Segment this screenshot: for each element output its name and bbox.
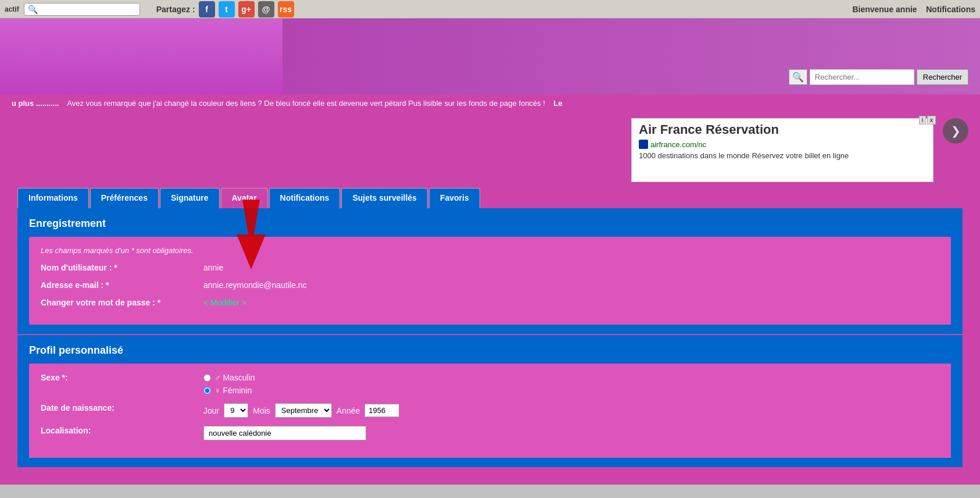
enregistrement-title: Enregistrement	[29, 218, 951, 230]
enregistrement-section: Enregistrement Les champs marqués d'un *…	[17, 208, 963, 334]
ticker-text: Avez vous remarqué que j'ai changé la co…	[67, 99, 545, 108]
email-row: Adresse e-mail : * annie.reymondie@nauti…	[41, 280, 939, 290]
ad-close-icon[interactable]: x	[927, 116, 936, 124]
site-header: 🔍 Rechercher	[0, 19, 980, 94]
profil-title: Profil personnalisé	[29, 344, 951, 357]
masculin-option[interactable]: ♂ Masculin	[203, 373, 255, 382]
feminin-label: ♀ Féminin	[214, 386, 252, 395]
facebook-icon: f	[205, 5, 208, 14]
tab-avatar[interactable]: Avatar	[221, 188, 268, 208]
email-icon: @	[262, 5, 270, 14]
ad-info-icon[interactable]: i	[919, 116, 926, 124]
tab-signature[interactable]: Signature	[160, 188, 220, 208]
ad-box: Air France Réservation airfrance.com/nc …	[631, 118, 933, 182]
sexe-options: ♂ Masculin ♀ Féminin	[203, 373, 255, 395]
ad-logo-icon	[639, 140, 648, 149]
rss-icon: rss	[280, 5, 292, 14]
tab-favoris[interactable]: Favoris	[429, 188, 480, 208]
ticker-suffix: Le	[553, 99, 562, 108]
tab-informations[interactable]: Informations	[17, 188, 89, 208]
ad-description: 1000 destinations dans le monde Réservez…	[639, 151, 926, 160]
news-ticker: u plus ........... Avez vous remarqué qu…	[0, 94, 980, 112]
birthdate-label: Date de naissance:	[41, 403, 203, 412]
jour-select[interactable]: 9	[224, 403, 248, 418]
tab-area: Informations Préférences Signature Avata…	[17, 182, 963, 208]
tab-sujets[interactable]: Sujets surveillés	[341, 188, 428, 208]
ad-title: Air France Réservation	[639, 122, 926, 137]
localisation-input[interactable]	[203, 426, 366, 440]
localisation-row: Localisation:	[41, 426, 939, 440]
required-note: Les champs marqués d'un * sont obligatoi…	[41, 246, 939, 255]
main-content: Informations Préférences Signature Avata…	[0, 182, 980, 485]
birthdate-row: Date de naissance: Jour 9 Mois Septembre…	[41, 403, 939, 418]
ad-next-button[interactable]: ❯	[943, 118, 968, 144]
bienvenue-text: Bienvenue annie	[852, 5, 917, 14]
feminin-radio[interactable]	[203, 387, 211, 394]
partager-section: Partagez : f t g+ @ rss	[156, 1, 294, 17]
browser-toolbar: actif 🔍 Partagez : f t g+ @ rss Bienvenu…	[0, 0, 980, 19]
masculin-label: ♂ Masculin	[214, 373, 255, 382]
masculin-radio[interactable]	[203, 374, 211, 382]
browser-search-input[interactable]	[40, 5, 136, 13]
sexe-row: Sexe *: ♂ Masculin ♀ Féminin	[41, 373, 939, 395]
username-row: Nom d'utilisateur : * annie	[41, 263, 939, 272]
bienvenue: Bienvenue annie Notifications	[852, 5, 975, 14]
profil-inner: Sexe *: ♂ Masculin ♀ Féminin Date de nai…	[29, 364, 951, 458]
username-label: Nom d'utilisateur : *	[41, 263, 203, 272]
date-inputs: Jour 9 Mois Septembre Année	[203, 403, 399, 418]
tab-preferences[interactable]: Préférences	[90, 188, 159, 208]
annee-input[interactable]	[364, 404, 399, 417]
googleplus-icon: g+	[241, 5, 251, 14]
modifier-link[interactable]: < Modifier >	[203, 298, 246, 307]
ticker-prefix: u plus ...........	[12, 99, 59, 108]
email-value: annie.reymondie@nautile.nc	[203, 280, 307, 290]
annee-label: Année	[337, 406, 360, 415]
site-search-area[interactable]: 🔍 Rechercher	[789, 69, 968, 85]
tab-notifications[interactable]: Notifications	[269, 188, 341, 208]
ad-area: i x Air France Réservation airfrance.com…	[0, 112, 980, 182]
partager-label: Partagez :	[156, 5, 195, 14]
jour-label: Jour	[203, 406, 219, 415]
twitter-icon: t	[225, 5, 228, 14]
search-icon: 🔍	[28, 5, 38, 14]
facebook-share-button[interactable]: f	[199, 1, 215, 17]
site-search-input[interactable]	[810, 69, 914, 85]
username-value: annie	[203, 263, 223, 272]
profil-section: Profil personnalisé Sexe *: ♂ Masculin ♀…	[17, 335, 963, 467]
mois-label: Mois	[253, 406, 270, 415]
site-search-button[interactable]: Rechercher	[917, 69, 968, 85]
password-label: Changer votre mot de passe : *	[41, 298, 203, 307]
email-label: Adresse e-mail : *	[41, 280, 203, 290]
googleplus-share-button[interactable]: g+	[238, 1, 255, 17]
sexe-label: Sexe *:	[41, 373, 203, 382]
mois-select[interactable]: Septembre	[275, 403, 332, 418]
magnifier-icon: 🔍	[789, 69, 807, 85]
ad-url: airfrance.com/nc	[639, 140, 926, 149]
tab-navigation: Informations Préférences Signature Avata…	[17, 182, 963, 208]
localisation-label: Localisation:	[41, 426, 203, 435]
nav-text: actif	[5, 5, 19, 13]
email-share-button[interactable]: @	[258, 1, 274, 17]
rss-share-button[interactable]: rss	[278, 1, 294, 17]
feminin-option[interactable]: ♀ Féminin	[203, 386, 255, 395]
notifications-link[interactable]: Notifications	[926, 5, 975, 14]
browser-search-box[interactable]: 🔍	[24, 3, 140, 16]
enregistrement-inner: Les champs marqués d'un * sont obligatoi…	[29, 237, 951, 325]
twitter-share-button[interactable]: t	[219, 1, 235, 17]
password-row: Changer votre mot de passe : * < Modifie…	[41, 298, 939, 307]
